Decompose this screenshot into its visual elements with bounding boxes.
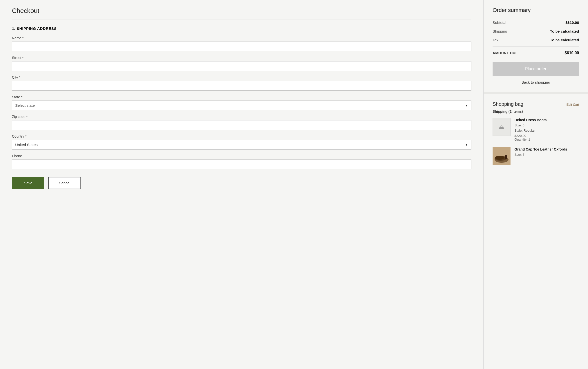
state-select-wrapper: Select state Alabama Alaska Arizona Cali… bbox=[12, 101, 471, 110]
name-field-group: Name * bbox=[12, 36, 471, 51]
shoe-image-svg bbox=[493, 147, 511, 165]
zip-field-group: Zip code * bbox=[12, 115, 471, 130]
phone-label: Phone bbox=[12, 154, 471, 158]
country-label: Country * bbox=[12, 134, 471, 138]
shipping-items-label: Shipping (2 items) bbox=[493, 109, 579, 113]
name-input[interactable] bbox=[12, 42, 471, 51]
cancel-button[interactable]: Cancel bbox=[48, 177, 81, 189]
shopping-bag-title: Shopping bag bbox=[493, 101, 523, 107]
shipping-label: Shipping bbox=[493, 29, 507, 33]
cart-item-image-placeholder: ⛰ bbox=[493, 118, 511, 136]
tax-row: Tax To be calculated bbox=[493, 38, 579, 42]
svg-point-3 bbox=[495, 156, 504, 160]
subtotal-value: $610.00 bbox=[566, 20, 579, 25]
cart-item-quantity: Quantity: 1 bbox=[514, 138, 579, 141]
page-title: Checkout bbox=[12, 7, 471, 15]
city-label: City * bbox=[12, 75, 471, 79]
zip-input[interactable] bbox=[12, 120, 471, 130]
cart-item-name: Belted Dress Boots bbox=[514, 118, 579, 122]
cart-item-style: Style: Regular bbox=[514, 128, 579, 133]
cart-item-size: Size: 6 bbox=[514, 123, 579, 128]
city-field-group: City * bbox=[12, 75, 471, 91]
cart-item-details: Belted Dress Boots Size: 6 Style: Regula… bbox=[514, 118, 579, 141]
svg-rect-4 bbox=[505, 155, 507, 159]
amount-due-row: AMOUNT DUE $610.00 bbox=[493, 51, 579, 55]
country-select-wrapper: United States Canada United Kingdom Aust… bbox=[12, 140, 471, 150]
name-label: Name * bbox=[12, 36, 471, 40]
cart-item-price: $220.00 bbox=[514, 134, 579, 138]
city-input[interactable] bbox=[12, 81, 471, 91]
place-order-button[interactable]: Place order bbox=[493, 62, 579, 76]
cart-item-name-2: Grand Cap Toe Leather Oxfords bbox=[514, 147, 579, 151]
sidebar-section-divider bbox=[484, 92, 588, 94]
amount-due-value: $610.00 bbox=[565, 51, 579, 55]
zip-label: Zip code * bbox=[12, 115, 471, 119]
phone-field-group: Phone bbox=[12, 154, 471, 169]
tax-value: To be calculated bbox=[550, 38, 579, 42]
main-divider bbox=[12, 19, 471, 19]
shopping-bag-header: Shopping bag Edit Cart bbox=[493, 101, 579, 107]
save-button[interactable]: Save bbox=[12, 177, 44, 189]
image-placeholder-icon: ⛰ bbox=[499, 124, 504, 130]
country-field-group: Country * United States Canada United Ki… bbox=[12, 134, 471, 150]
country-select[interactable]: United States Canada United Kingdom Aust… bbox=[12, 140, 471, 150]
state-field-group: State * Select state Alabama Alaska Ariz… bbox=[12, 95, 471, 110]
subtotal-label: Subtotal bbox=[493, 20, 506, 25]
cart-item: ⛰ Belted Dress Boots Size: 6 Style: Regu… bbox=[493, 118, 579, 141]
cart-item-details-2: Grand Cap Toe Leather Oxfords Size: 7 bbox=[514, 147, 579, 165]
state-label: State * bbox=[12, 95, 471, 99]
cart-item: Grand Cap Toe Leather Oxfords Size: 7 bbox=[493, 147, 579, 165]
cart-item-shoe-image bbox=[493, 147, 511, 165]
form-buttons: Save Cancel bbox=[12, 177, 471, 189]
street-field-group: Street * bbox=[12, 56, 471, 71]
edit-cart-link[interactable]: Edit Cart bbox=[566, 103, 579, 106]
shipping-section-title: 1. SHIPPING ADDRESS bbox=[12, 26, 471, 31]
summary-divider bbox=[493, 47, 579, 47]
shipping-row: Shipping To be calculated bbox=[493, 29, 579, 33]
cart-item-size-2: Size: 7 bbox=[514, 152, 579, 158]
amount-due-label: AMOUNT DUE bbox=[493, 51, 518, 55]
shipping-value: To be calculated bbox=[550, 29, 579, 33]
subtotal-row: Subtotal $610.00 bbox=[493, 20, 579, 25]
sidebar: Order summary Subtotal $610.00 Shipping … bbox=[483, 0, 588, 369]
phone-input[interactable] bbox=[12, 159, 471, 169]
street-label: Street * bbox=[12, 56, 471, 60]
state-select[interactable]: Select state Alabama Alaska Arizona Cali… bbox=[12, 101, 471, 110]
street-input[interactable] bbox=[12, 61, 471, 71]
tax-label: Tax bbox=[493, 38, 498, 42]
back-to-shopping-link[interactable]: Back to shopping bbox=[493, 80, 579, 84]
order-summary-title: Order summary bbox=[493, 7, 579, 13]
